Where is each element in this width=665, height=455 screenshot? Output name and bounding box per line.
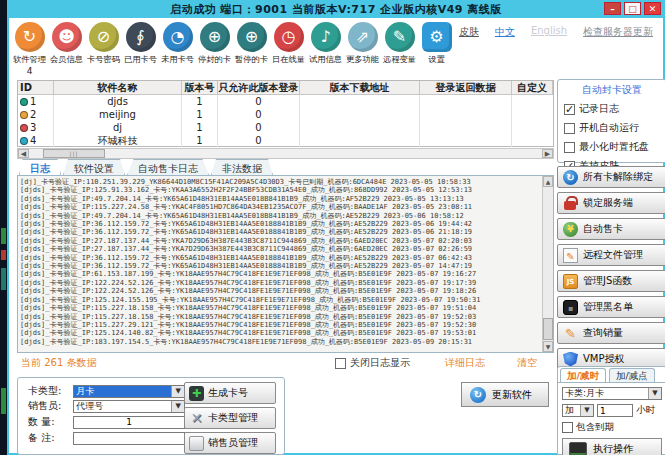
skin-link[interactable]: 皮肤	[459, 25, 479, 39]
button-label: 管理JS函数	[583, 274, 632, 288]
setting-checkbox-记录日志[interactable]: 记录日志	[564, 102, 665, 116]
moneybag-button[interactable]: ¥自动售卡	[557, 218, 665, 240]
seller-select[interactable]: 代理号 ▼	[73, 400, 185, 413]
close-button[interactable]: ✕	[644, 2, 661, 15]
download-url-cell	[300, 121, 420, 134]
log-count-label: 当前 261 条数据	[21, 356, 96, 370]
toolbar-item-more-functions[interactable]: ⇗更多功能	[344, 21, 381, 76]
table-column-header[interactable]: 登录返回数据	[420, 81, 512, 94]
card-type-manage-button[interactable]: ✕ 卡类型管理	[184, 407, 276, 429]
scroll-down-arrow-icon[interactable]: ▼	[543, 341, 553, 352]
sales-button[interactable]: ✎查询销量	[557, 322, 665, 344]
checkbox-box[interactable]	[564, 142, 575, 153]
log-vertical-scrollbar[interactable]: ▲ ▼	[542, 176, 553, 352]
scrollbar-thumb[interactable]: |||	[43, 149, 105, 158]
table-row[interactable]: 4环城科技10	[18, 134, 553, 147]
adjust-card-type-select[interactable]: 卡类:月卡 ▼	[562, 387, 662, 400]
toolbar-item-label: 软件管理	[12, 54, 46, 66]
table-row[interactable]: 1djds10	[18, 95, 553, 108]
language-english-link[interactable]: English	[531, 25, 567, 39]
toolbar-item-daily-online[interactable]: ◷日在线量	[270, 21, 307, 76]
table-row[interactable]: 2meijing10	[18, 108, 553, 121]
checkbox-box[interactable]	[564, 123, 575, 134]
scrollbar-thumb[interactable]	[543, 318, 553, 340]
generate-card-button[interactable]: ✚ 生成卡号	[184, 382, 276, 404]
log-line: [djds]_卡号验证_IP:125.124.155.195_卡号:YK18AA…	[20, 296, 541, 304]
login-return-cell	[420, 121, 512, 134]
log-line: [djds]_卡号验证_IP:49.7.204.14_卡号:YK65A61D48…	[20, 195, 541, 203]
checkbox-label: 记录日志	[579, 102, 619, 116]
scroll-up-arrow-icon[interactable]: ▲	[543, 176, 553, 187]
table-row[interactable]: 3dj10	[18, 121, 553, 134]
setting-checkbox-最小化时置托盘[interactable]: 最小化时置托盘	[564, 140, 665, 154]
minimize-button[interactable]: –	[604, 2, 621, 15]
log-lines[interactable]: [dj]_卡号验证_IP:110.251.39.229_YK86644D10M8…	[20, 178, 541, 350]
include-expired-checkbox[interactable]: 包含到期	[562, 421, 662, 434]
lock-button[interactable]: 锁定服务端	[557, 192, 665, 214]
execute-operation-button[interactable]: 执行操作	[562, 438, 662, 455]
log-footer: 当前 261 条数据 关闭日志显示 详细日志 清空	[17, 356, 554, 370]
toolbar-item-paused-cards[interactable]: ⊕暂停的卡	[233, 21, 270, 76]
toolbar-item-banned-cards[interactable]: ⊕停封的卡	[196, 21, 233, 76]
blacklist-button[interactable]: ▪管理黑名单	[557, 296, 665, 318]
toolbar-item-software-manage[interactable]: ↻软件管理4	[11, 21, 48, 76]
checkbox-box[interactable]	[564, 104, 575, 115]
log-line: [djds]_卡号验证_IP:115.227.18.158_卡号:YK18AAE…	[20, 304, 541, 312]
table-column-header[interactable]: 版本号	[182, 81, 218, 94]
tab-日志[interactable]: 日志	[19, 159, 61, 175]
tab-自动售卡日志[interactable]: 自动售卡日志	[127, 159, 209, 175]
toolbar-item-trial-info[interactable]: ♪试用信息	[307, 21, 344, 76]
scroll-right-arrow-icon[interactable]: ▶	[542, 149, 553, 158]
card-type-select[interactable]: 月卡 ▼	[73, 385, 185, 398]
table-column-header[interactable]: 自定义	[512, 81, 553, 94]
scroll-left-arrow-icon[interactable]: ◀	[18, 149, 29, 158]
toolbar-item-settings[interactable]: ⚙设置	[418, 21, 455, 76]
jsfunc-button[interactable]: JS管理JS函数	[557, 270, 665, 292]
clear-log-button[interactable]: 清空	[517, 356, 537, 370]
update-software-button[interactable]: ↻ 更新软件	[461, 382, 549, 407]
chevron-down-icon[interactable]: ▼	[171, 401, 184, 412]
setting-checkbox-开机自动运行[interactable]: 开机自动运行	[564, 121, 665, 135]
toolbar-item-used-cards[interactable]: ∮已用卡号	[122, 21, 159, 76]
software-name-cell: meijing	[54, 108, 182, 121]
check-update-link[interactable]: 检查服务器更新	[583, 25, 653, 39]
log-line: [dj]_卡号验证_IP:110.251.39.229_YK86644D10M8…	[20, 178, 541, 186]
tab-非法数据[interactable]: 非法数据	[211, 159, 273, 175]
table-column-header[interactable]: 软件名称	[54, 81, 182, 94]
seller-manage-button[interactable]: 销售员管理	[184, 432, 276, 454]
maximize-button[interactable]: □	[624, 2, 641, 15]
adjust-tab-加/减时[interactable]: 加/减时	[560, 368, 606, 382]
close-log-checkbox[interactable]: 关闭日志显示	[335, 356, 410, 370]
chevron-down-icon[interactable]: ▼	[171, 386, 184, 397]
adjust-op-select[interactable]: 加 ▼	[562, 404, 594, 417]
checkbox-box[interactable]	[335, 358, 346, 369]
seller-value: 代理号	[74, 401, 171, 412]
quantity-input[interactable]	[73, 416, 185, 429]
table-column-header[interactable]: ID	[18, 81, 54, 94]
adjust-tab-加/减点[interactable]: 加/减点	[609, 368, 655, 382]
chevron-down-icon[interactable]: ▼	[580, 405, 593, 416]
chevron-down-icon[interactable]: ▼	[648, 388, 661, 399]
download-url-cell	[300, 95, 420, 108]
remotefile-button[interactable]: ✎远程文件管理	[557, 244, 665, 266]
note-input[interactable]	[73, 432, 185, 445]
toolbar-item-unused-cards[interactable]: ◔未用卡号	[159, 21, 196, 76]
table-body: 1djds102meijing103dj104环城科技10	[18, 95, 553, 147]
background-window-strip	[0, 0, 7, 455]
unbind-button[interactable]: ↻所有卡解除绑定	[557, 166, 665, 188]
toolbar-item-remote-variables[interactable]: ✎远程变量	[381, 21, 418, 76]
toolbar-item-member-info[interactable]: ☻会员信息	[48, 21, 85, 76]
adjust-amount-input[interactable]	[597, 404, 633, 417]
table-column-header[interactable]: 只允许此版本登录	[218, 81, 300, 94]
titlebar[interactable]: 启动成功 端口：9001 当前版本V:717 企业版内核V49 离线版 – □ …	[7, 0, 665, 18]
language-chinese-link[interactable]: 中文	[495, 25, 515, 39]
tab-软件设置[interactable]: 软件设置	[63, 159, 125, 175]
toolbar-item-label: 停封的卡	[197, 54, 231, 66]
checkbox-box[interactable]	[562, 422, 573, 433]
table-column-header[interactable]: 版本下载地址	[300, 81, 420, 94]
detail-log-button[interactable]: 详细日志	[445, 356, 485, 370]
toolbar-item-card-password[interactable]: ⊘卡号密码	[85, 21, 122, 76]
blacklist-icon: ▪	[563, 300, 578, 315]
software-manage-icon: ↻	[15, 22, 45, 52]
table-horizontal-scrollbar[interactable]: ◀ ||| ▶	[17, 148, 554, 159]
